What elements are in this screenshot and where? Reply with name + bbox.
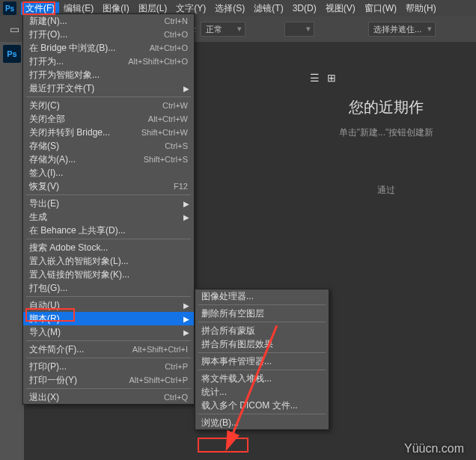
menu-item[interactable]: 打印一份(Y)Alt+Shift+Ctrl+P xyxy=(23,373,194,387)
menu-item[interactable]: 拼合所有图层效果 xyxy=(195,337,329,351)
menu-item[interactable]: 自动(U)▶ xyxy=(23,298,194,312)
menu-item-label: 图像处理器... xyxy=(201,290,323,303)
menu-shortcut: Ctrl+O xyxy=(164,30,188,39)
menu-item[interactable]: 统计... xyxy=(195,385,329,399)
style-dropdown[interactable]: 正常 xyxy=(201,22,245,37)
menu-3D(D)[interactable]: 3D(D) xyxy=(288,3,321,13)
select-mask-button[interactable]: 选择并遮住... xyxy=(368,22,436,37)
menu-divider xyxy=(198,414,326,414)
menu-item-label: 删除所有空图层 xyxy=(201,307,323,320)
menu-item[interactable]: 关闭(C)Ctrl+W xyxy=(23,99,194,112)
chevron-right-icon: ▶ xyxy=(183,213,189,221)
tools-panel: Ps xyxy=(0,42,24,460)
menu-item[interactable]: 关闭并转到 Bridge...Shift+Ctrl+W xyxy=(23,126,194,139)
menu-item[interactable]: 删除所有空图层 xyxy=(195,307,329,320)
welcome-heading: 您的近期作 xyxy=(308,97,464,117)
menu-item-label: 置入链接的智能对象(K)... xyxy=(29,269,188,281)
menu-窗口(W)[interactable]: 窗口(W) xyxy=(360,2,401,15)
menu-item[interactable]: 载入多个 DICOM 文件... xyxy=(195,399,329,412)
menu-item-label: 搜索 Adobe Stock... xyxy=(29,242,188,254)
menu-item-label: 关闭全部 xyxy=(29,113,148,126)
menu-item[interactable]: 最近打开文件(T)▶ xyxy=(23,82,194,95)
menu-文字(Y)[interactable]: 文字(Y) xyxy=(171,2,210,15)
menu-shortcut: Alt+Ctrl+O xyxy=(150,43,188,52)
menu-item-label: 导入(M) xyxy=(29,326,188,339)
menu-item-label: 新建(N)... xyxy=(29,15,165,28)
menu-item[interactable]: 在 Behance 上共享(D)... xyxy=(23,224,194,237)
menu-item[interactable]: 脚本事件管理器... xyxy=(195,355,329,368)
menu-item[interactable]: 图像处理器... xyxy=(195,289,329,303)
menu-divider xyxy=(198,369,326,370)
menu-item-label: 浏览(B)... xyxy=(201,417,323,429)
menu-item-label: 打开为... xyxy=(29,55,128,68)
menu-编辑(E)[interactable]: 编辑(E) xyxy=(59,2,98,15)
menu-divider xyxy=(26,388,191,389)
menu-item-label: 打印一份(Y) xyxy=(29,374,129,387)
menu-item[interactable]: 在 Bridge 中浏览(B)...Alt+Ctrl+O xyxy=(23,41,194,55)
menu-item[interactable]: 恢复(V)F12 xyxy=(23,180,194,193)
menu-item[interactable]: 打包(G)... xyxy=(23,281,194,295)
menu-item[interactable]: 打开(O)...Ctrl+O xyxy=(23,28,194,41)
menu-item-label: 载入多个 DICOM 文件... xyxy=(201,399,323,412)
menu-item[interactable]: 将文件载入堆栈... xyxy=(195,372,329,385)
menu-滤镜(T)[interactable]: 滤镜(T) xyxy=(249,2,287,15)
menu-item[interactable]: 导出(E)▶ xyxy=(23,197,194,210)
menu-item-label: 文件简介(F)... xyxy=(29,343,132,356)
menu-divider xyxy=(26,296,191,297)
menu-item[interactable]: 打开为...Alt+Shift+Ctrl+O xyxy=(23,55,194,68)
menu-item[interactable]: 置入嵌入的智能对象(L)... xyxy=(23,254,194,268)
list-view-icon[interactable]: ☰ xyxy=(310,72,320,84)
menu-item[interactable]: 打开为智能对象... xyxy=(23,68,194,82)
menu-shortcut: F12 xyxy=(174,182,188,191)
menu-item-label: 生成 xyxy=(29,211,188,224)
chevron-right-icon: ▶ xyxy=(183,85,189,93)
menu-divider xyxy=(26,340,191,341)
menu-item-label: 关闭(C) xyxy=(29,99,162,112)
menu-item[interactable]: 导入(M)▶ xyxy=(23,325,194,339)
menu-item[interactable]: 存储(S)Ctrl+S xyxy=(23,139,194,153)
grid-view-icon[interactable]: ⊞ xyxy=(327,72,336,84)
menu-item-label: 签入(I)... xyxy=(29,167,188,180)
menu-item-label: 打开(O)... xyxy=(29,28,164,41)
ps-tool-icon[interactable]: Ps xyxy=(3,45,21,63)
menu-item[interactable]: 浏览(B)... xyxy=(195,416,329,429)
menu-item[interactable]: 关闭全部Alt+Ctrl+W xyxy=(23,112,194,126)
menu-item[interactable]: 脚本(R)▶ xyxy=(23,312,194,325)
menu-item[interactable]: 生成▶ xyxy=(23,210,194,224)
menu-选择(S)[interactable]: 选择(S) xyxy=(210,2,249,15)
menu-图层(L)[interactable]: 图层(L) xyxy=(134,2,172,15)
menu-divider xyxy=(26,194,191,195)
menu-divider xyxy=(198,304,326,305)
menu-item-label: 拼合所有图层效果 xyxy=(201,338,323,351)
menu-帮助(H)[interactable]: 帮助(H) xyxy=(401,2,441,15)
menu-item[interactable]: 签入(I)... xyxy=(23,166,194,180)
menu-item-label: 将文件载入堆栈... xyxy=(201,372,323,385)
menu-item-label: 导出(E) xyxy=(29,197,188,210)
menu-item-label: 统计... xyxy=(201,386,323,399)
welcome-hint: 单击"新建..."按钮创建新 xyxy=(308,126,464,139)
menu-item[interactable]: 新建(N)...Ctrl+N xyxy=(23,14,194,28)
menu-item[interactable]: 退出(X)Ctrl+Q xyxy=(23,390,194,404)
menu-item[interactable]: 拼合所有蒙版 xyxy=(195,324,329,337)
menu-item-label: 脚本事件管理器... xyxy=(201,355,323,368)
ps-logo-icon: Ps xyxy=(3,1,16,15)
menu-item[interactable]: 搜索 Adobe Stock... xyxy=(23,241,194,254)
menu-shortcut: Alt+Ctrl+W xyxy=(148,114,188,123)
menu-视图(V)[interactable]: 视图(V) xyxy=(321,2,360,15)
chevron-right-icon: ▶ xyxy=(183,200,189,208)
menu-item-label: 在 Behance 上共享(D)... xyxy=(29,224,188,237)
welcome-panel: ☰ ⊞ 您的近期作 单击"新建..."按钮创建新 通过 xyxy=(296,60,476,209)
menu-图像(I)[interactable]: 图像(I) xyxy=(98,2,133,15)
menu-文件(F)[interactable]: 文件(F) xyxy=(21,2,59,15)
width-dropdown[interactable] xyxy=(284,22,314,37)
file-menu: 新建(N)...Ctrl+N打开(O)...Ctrl+O在 Bridge 中浏览… xyxy=(22,13,195,405)
menu-item[interactable]: 置入链接的智能对象(K)... xyxy=(23,268,194,281)
menu-item[interactable]: 存储为(A)...Shift+Ctrl+S xyxy=(23,153,194,166)
menu-shortcut: Ctrl+S xyxy=(165,141,188,150)
menu-item[interactable]: 文件简介(F)...Alt+Shift+Ctrl+I xyxy=(23,343,194,356)
ps-icon[interactable]: ▭ xyxy=(6,21,22,37)
menu-shortcut: Ctrl+N xyxy=(165,16,188,25)
chevron-right-icon: ▶ xyxy=(183,315,189,323)
menu-item[interactable]: 打印(P)...Ctrl+P xyxy=(23,360,194,373)
menu-item-label: 脚本(R) xyxy=(29,313,188,325)
